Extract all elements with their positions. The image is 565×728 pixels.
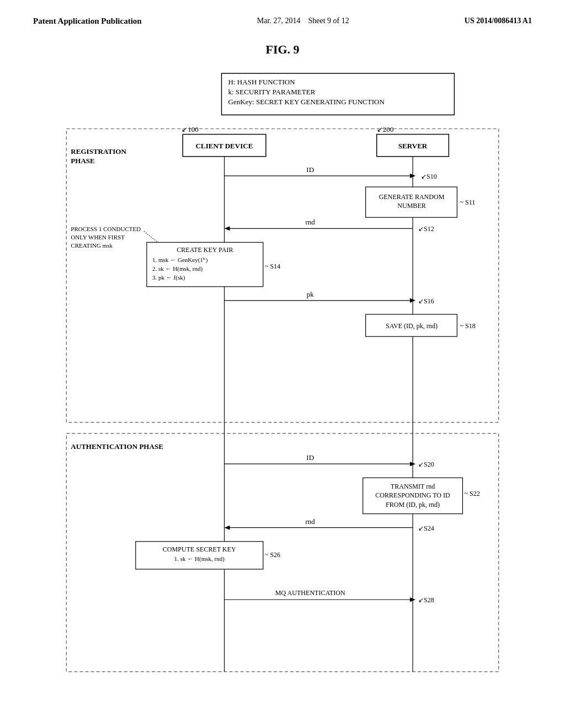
- process-note-2: ONLY WHEN FIRST: [71, 234, 125, 240]
- s14-label: ~ S14: [265, 263, 280, 270]
- mq-auth-label: MQ AUTHENTICATION: [275, 589, 345, 597]
- publication-label: Patent Application Publication: [33, 17, 142, 26]
- server-label: SERVER: [398, 142, 428, 150]
- rnd-label-reg: rnd: [306, 218, 316, 226]
- reg-phase-label2: PHASE: [71, 157, 95, 165]
- process-note-3: CREATING msk: [71, 242, 113, 249]
- auth-phase-label: AUTHENTICATION PHASE: [71, 442, 163, 451]
- id-label-auth: ID: [306, 453, 314, 462]
- s16-label: ↙S16: [418, 297, 434, 305]
- pub-date: Mar. 27, 2014: [257, 17, 301, 25]
- id-label-reg: ID: [306, 165, 314, 174]
- arrow-rnd-reg: [225, 226, 230, 231]
- transmit-line1: TRANSMIT rnd: [391, 483, 435, 490]
- sheet-info: Sheet 9 of 12: [308, 17, 349, 25]
- patent-number: US 2014/0086413 A1: [465, 17, 532, 25]
- server-ref: ↙200: [377, 125, 394, 133]
- s24-label: ↙S24: [418, 524, 434, 532]
- s22-label: ~ S22: [464, 490, 479, 497]
- process-note-1: PROCESS 1 CONDUCTED: [71, 226, 141, 232]
- rnd-label-auth: rnd: [306, 517, 316, 526]
- save-label: SAVE (ID, pk, rnd): [386, 322, 438, 330]
- client-ref: ↙100: [182, 125, 199, 133]
- s12-label: ↙S12: [418, 225, 434, 233]
- gen-random-line2: NUMBER: [397, 202, 427, 210]
- s28-label: ↙S28: [418, 596, 434, 604]
- arrow-rnd-auth: [225, 526, 230, 530]
- create-key-1: 1. msk ← GenKey(1ᵏ): [152, 256, 208, 264]
- create-key-2: 2. sk ← H(msk, rnd): [152, 265, 203, 272]
- s10-label: ↙S10: [421, 173, 437, 180]
- transmit-line3: FROM (ID, pk, rnd): [386, 501, 440, 508]
- client-device-label: CLIENT DEVICE: [196, 142, 253, 150]
- figure-title: FIG. 9: [33, 42, 532, 57]
- legend-line1: H: HASH FUNCTION: [228, 78, 296, 86]
- create-key-3: 3. pk ← f(sk): [152, 274, 185, 281]
- s18-label: ~ S18: [460, 322, 475, 330]
- diagram-svg: H: HASH FUNCTION k: SECURITY PARAMETER G…: [33, 68, 532, 677]
- transmit-line2: CORRESPONDING TO ID: [375, 491, 450, 499]
- legend-line2: k: SECURITY PARAMETER: [228, 88, 316, 96]
- s20-label: ↙S20: [418, 461, 434, 468]
- compute-title: COMPUTE SECRET KEY: [163, 545, 236, 553]
- svg-rect-13: [66, 433, 498, 672]
- pk-label: pk: [307, 290, 315, 298]
- header-center: Mar. 27, 2014 Sheet 9 of 12: [257, 17, 349, 25]
- header: Patent Application Publication Mar. 27, …: [33, 17, 532, 26]
- gen-random-line1: GENERATE RANDOM: [379, 193, 445, 201]
- create-key-title: CREATE KEY PAIR: [177, 246, 233, 254]
- legend-line3: GenKey: SECRET KEY GENERATING FUNCTION: [228, 98, 385, 106]
- reg-phase-label1: REGISTRATION: [71, 147, 126, 156]
- s26-label: ~ S26: [265, 551, 280, 559]
- compute-formula: 1. sk ← H(msk, rnd): [174, 555, 225, 563]
- s11-label: ~ S11: [460, 199, 475, 206]
- page: Patent Application Publication Mar. 27, …: [0, 0, 565, 728]
